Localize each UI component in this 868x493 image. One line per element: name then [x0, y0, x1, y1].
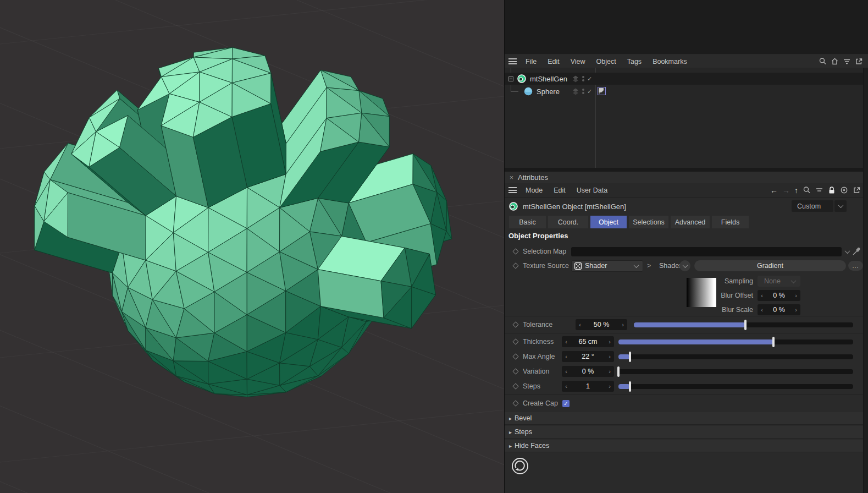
close-icon[interactable]: ×: [510, 174, 513, 182]
slider-track[interactable]: [618, 369, 853, 374]
keyframe-diamond-icon[interactable]: [512, 248, 518, 254]
group-steps[interactable]: ▸ Steps: [505, 426, 868, 439]
search-icon[interactable]: [819, 57, 827, 65]
chevron-down-icon[interactable]: [834, 200, 847, 212]
slider-track[interactable]: [618, 339, 853, 344]
object-label[interactable]: Sphere: [537, 87, 560, 96]
attr-menu-userdata[interactable]: User Data: [571, 187, 613, 194]
target-icon[interactable]: [840, 186, 848, 194]
slider-value[interactable]: 65 cm: [571, 338, 605, 346]
om-menu-object[interactable]: Object: [591, 58, 622, 65]
keyframe-diamond-icon[interactable]: [512, 321, 518, 327]
tab-advanced[interactable]: Advanced: [671, 216, 710, 228]
object-label[interactable]: mtShellGen: [530, 75, 567, 83]
panel-menu-icon[interactable]: [508, 58, 517, 64]
slider-handle[interactable]: [629, 352, 631, 362]
selection-map-input[interactable]: [571, 247, 842, 256]
keyframe-diamond-icon[interactable]: [512, 353, 518, 359]
steps-spinner[interactable]: ‹1›: [562, 381, 614, 392]
layer-icon[interactable]: [572, 75, 579, 83]
chevron-down-icon[interactable]: [845, 248, 850, 254]
popout-icon[interactable]: [855, 57, 863, 65]
om-menu-bookmarks[interactable]: Bookmarks: [647, 58, 693, 65]
more-options-button[interactable]: ...: [848, 261, 863, 271]
spin-right-icon[interactable]: ›: [605, 368, 614, 375]
blur-offset-spinner[interactable]: ‹ 0 % ›: [758, 290, 800, 301]
slider-track[interactable]: [634, 322, 853, 327]
enable-dots-icon[interactable]: [581, 75, 585, 83]
spin-left-icon[interactable]: ‹: [758, 306, 766, 313]
gradient-shader-button[interactable]: Gradient: [694, 260, 846, 271]
om-menu-edit[interactable]: Edit: [542, 58, 565, 65]
slider-value[interactable]: 0 %: [571, 368, 605, 375]
slider-handle[interactable]: [617, 366, 620, 377]
tab-selections[interactable]: Selections: [629, 216, 668, 228]
tab-object[interactable]: Object: [590, 216, 627, 228]
keyframe-diamond-icon[interactable]: [512, 262, 518, 269]
spin-left-icon[interactable]: ‹: [758, 292, 766, 299]
spin-left-icon[interactable]: ‹: [562, 368, 571, 375]
slider-handle[interactable]: [744, 320, 747, 330]
keyframe-diamond-icon[interactable]: [512, 368, 518, 374]
tree-row-sphere[interactable]: Sphere ✓: [505, 85, 868, 97]
preset-value[interactable]: Custom: [792, 200, 833, 212]
attr-menu-edit[interactable]: Edit: [548, 187, 571, 194]
attr-menu-mode[interactable]: Mode: [520, 187, 548, 194]
tab-coord[interactable]: Coord.: [548, 216, 588, 228]
home-icon[interactable]: [831, 57, 839, 65]
scrollbar-gutter[interactable]: [863, 68, 868, 493]
slider-track[interactable]: [618, 384, 853, 389]
spin-right-icon[interactable]: ›: [605, 338, 614, 345]
refresh-icon[interactable]: [510, 456, 530, 476]
group-hide-faces[interactable]: ▸ Hide Faces: [505, 440, 868, 452]
tab-fields[interactable]: Fields: [712, 216, 749, 228]
blur-scale-spinner[interactable]: ‹ 0 % ›: [758, 304, 800, 315]
slider-value[interactable]: 1: [571, 382, 605, 390]
variation-spinner[interactable]: ‹0 %›: [562, 366, 614, 377]
preset-dropdown[interactable]: Custom: [792, 200, 847, 212]
om-menu-file[interactable]: File: [520, 58, 542, 65]
history-back-icon[interactable]: ←: [770, 186, 778, 195]
spin-left-icon[interactable]: ‹: [562, 338, 571, 345]
blur-offset-value[interactable]: 0 %: [766, 292, 792, 299]
spin-right-icon[interactable]: ›: [605, 353, 614, 360]
om-menu-tags[interactable]: Tags: [622, 58, 647, 65]
slider-value[interactable]: 22 °: [571, 353, 605, 360]
history-forward-icon[interactable]: →: [782, 186, 790, 195]
keyframe-diamond-icon[interactable]: [512, 400, 518, 406]
spin-left-icon[interactable]: ‹: [562, 353, 571, 360]
selection-tag-icon[interactable]: [598, 87, 606, 95]
keyframe-diamond-icon[interactable]: [512, 338, 518, 344]
blur-scale-value[interactable]: 0 %: [766, 306, 792, 314]
search-icon[interactable]: [803, 186, 811, 194]
thickness-spinner[interactable]: ‹65 cm›: [562, 336, 614, 347]
spin-left-icon[interactable]: ‹: [576, 321, 584, 328]
enabled-check-icon[interactable]: ✓: [587, 75, 592, 83]
slider-handle[interactable]: [629, 381, 631, 392]
spin-right-icon[interactable]: ›: [618, 321, 627, 328]
parent-up-icon[interactable]: ↑: [794, 186, 798, 195]
eyedropper-icon[interactable]: [852, 247, 861, 256]
spin-left-icon[interactable]: ‹: [562, 383, 571, 390]
shader-chevron-button[interactable]: [679, 260, 690, 271]
texture-source-dropdown[interactable]: Shader: [571, 260, 643, 272]
group-bevel[interactable]: ▸ Bevel: [505, 412, 868, 425]
viewport-3d[interactable]: [0, 0, 504, 493]
keyframe-diamond-icon[interactable]: [512, 383, 518, 389]
layer-icon[interactable]: [572, 87, 579, 95]
spin-right-icon[interactable]: ›: [792, 292, 800, 299]
expand-toggle-icon[interactable]: [508, 76, 513, 81]
slider-track[interactable]: [618, 354, 853, 359]
panel-menu-icon[interactable]: [508, 187, 517, 193]
slider-value[interactable]: 50 %: [584, 321, 618, 328]
tab-basic[interactable]: Basic: [509, 216, 546, 228]
enabled-check-icon[interactable]: ✓: [587, 88, 592, 95]
filter-icon[interactable]: [843, 57, 851, 65]
om-menu-view[interactable]: View: [565, 58, 591, 65]
filter-icon[interactable]: [815, 186, 823, 194]
spin-right-icon[interactable]: ›: [605, 383, 614, 390]
spin-right-icon[interactable]: ›: [792, 306, 800, 313]
lock-icon[interactable]: [828, 186, 836, 194]
slider-handle[interactable]: [772, 337, 775, 347]
create-cap-checkbox[interactable]: ✓: [562, 400, 570, 407]
